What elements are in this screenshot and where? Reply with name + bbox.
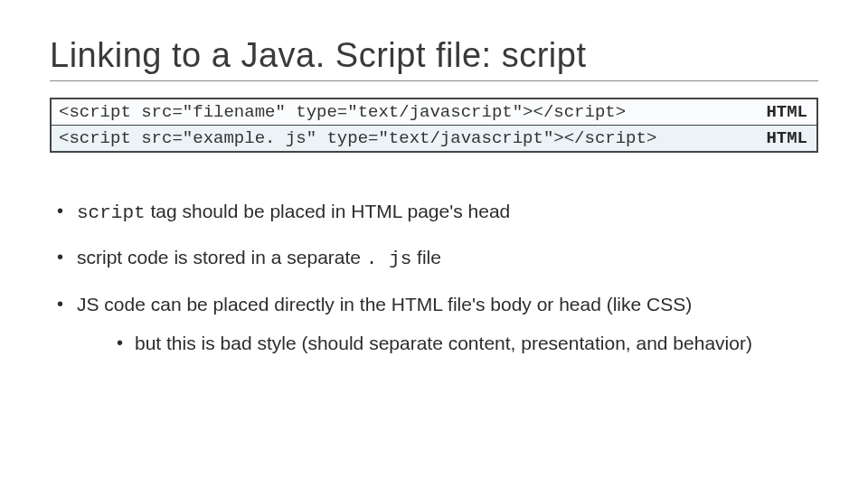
list-item: script tag should be placed in HTML page…: [50, 198, 818, 226]
bullet-list: script tag should be placed in HTML page…: [50, 198, 818, 357]
inline-code: . js: [366, 249, 411, 269]
code-language-label: HTML: [742, 99, 816, 125]
inline-code: script: [77, 202, 146, 223]
code-language-label: HTML: [742, 126, 816, 151]
list-item-sub: but this is bad style (should separate c…: [77, 330, 818, 356]
code-snippet: <script src="filename" type="text/javasc…: [52, 99, 742, 125]
list-item: script code is stored in a separate . js…: [50, 244, 818, 272]
slide: Linking to a Java. Script file: script <…: [0, 0, 868, 402]
bullet-text: tag should be placed in HTML page's head: [146, 201, 511, 221]
list-item: JS code can be placed directly in the HT…: [50, 291, 818, 357]
code-row: <script src="filename" type="text/javasc…: [52, 99, 816, 125]
bullet-text: JS code can be placed directly in the HT…: [77, 294, 692, 314]
bullet-text: but this is bad style (should separate c…: [135, 333, 752, 353]
bullet-text: file: [411, 247, 441, 267]
bullet-text: script code is stored in a separate: [77, 247, 366, 267]
code-snippet: <script src="example. js" type="text/jav…: [52, 126, 742, 151]
code-row: <script src="example. js" type="text/jav…: [52, 125, 816, 151]
code-example-box: <script src="filename" type="text/javasc…: [50, 98, 818, 153]
slide-title: Linking to a Java. Script file: script: [50, 36, 818, 81]
